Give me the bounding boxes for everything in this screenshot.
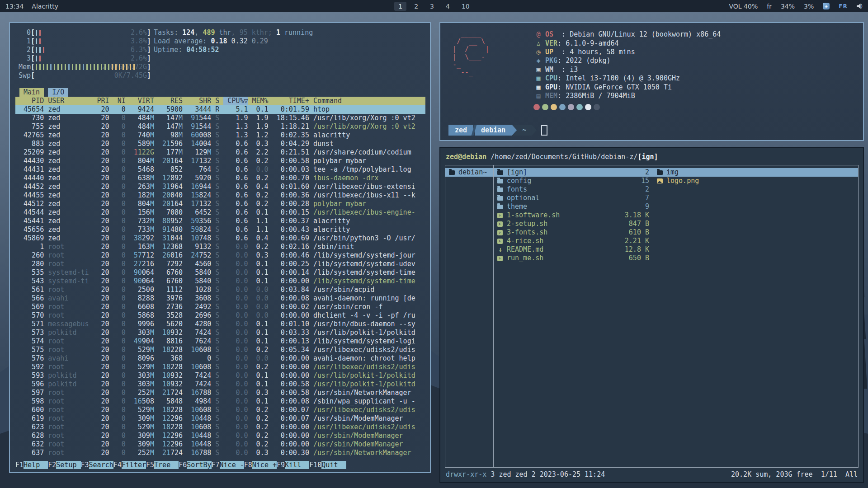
process-row[interactable]: 44431zed2005468852764S0.60.00:00.03tee -… [15,165,425,174]
process-row[interactable]: 623root200529M1822810608S0.00.20:00.00/u… [15,423,425,432]
bar-tick [54,64,55,70]
process-row[interactable]: 45654zed200942459003444R5.10.10:01.59hto… [15,105,425,114]
column-header-pid[interactable]: PID [15,97,44,105]
process-row[interactable]: 597root200252M2172416788S0.00.30:00.58/u… [15,389,425,397]
workspace-button-4[interactable]: 4 [442,2,454,11]
column-header-cpu[interactable]: CPU%▽ [223,97,248,105]
process-row[interactable]: 592root200529M1822810608S0.00.20:00.00/u… [15,363,425,371]
file-list-item[interactable]: ↓README.md12.8 K [494,245,653,254]
process-row[interactable]: 637root200252M2172416788S0.00.30:00.30/u… [15,449,425,457]
column-header-pri[interactable]: PRI [93,97,109,105]
process-row[interactable]: 44452zed200263M3196416944S0.60.40:01.60/… [15,183,425,191]
shell-prompt[interactable]: zed debian ~ [448,125,855,136]
file-list-item[interactable]: run_me.sh650 B [494,254,653,263]
process-row[interactable]: 576avahi20080963680S0.00.00:00.00avahi-d… [15,354,425,363]
process-row[interactable]: 543systemd-ti2009006467605840S0.00.10:00… [15,277,425,286]
column-header-s[interactable]: S [215,97,219,105]
process-row[interactable]: 593polkitd200303M109327424S0.00.10:00.00… [15,371,425,380]
fetch-terminal-window[interactable]: _____ / __ \ | / | | \___- -_ --_ @OS : … [439,22,864,141]
workspace-button-2[interactable]: 2 [410,2,422,11]
fkey-f10[interactable]: F10Quit [309,461,346,469]
fkey-f1[interactable]: F1Help [15,461,48,469]
process-row[interactable]: 573polkitd200303M109327424S0.00.10:03.33… [15,328,425,337]
workspace-button-1[interactable]: 1 [394,2,406,11]
process-row[interactable]: 619root200309M1229610448S0.00.20:00.07/u… [15,414,425,423]
fkey-f3[interactable]: F3Search [81,461,113,469]
entry-name: 3-fonts.sh [507,228,547,237]
workspace-button-3[interactable]: 3 [426,2,438,11]
process-row[interactable]: 45441zed200732M8895259356S0.61.10:00.37a… [15,217,425,225]
cell: 0.0 [252,165,269,174]
process-row[interactable]: 883zed200589M2159614004S0.60.30:04.29dun… [15,140,425,148]
process-row[interactable]: 44455zed200182M2004015824S0.60.20:00.36/… [15,191,425,200]
column-header-virt[interactable]: VIRT [130,97,154,105]
htop-terminal-window[interactable]: 0[2.6%]1[3.8%]2[6.3%]3[2.6%]Mem[2.07G/7.… [9,22,431,473]
file-manager-window[interactable]: zed@debian /home/zed/Documents/GitHub/de… [439,147,864,483]
process-row[interactable]: 280root2002721672924560S0.00.10:00.25/li… [15,260,425,268]
fkey-f5[interactable]: F5Tree [146,461,179,469]
process-row[interactable]: 1root200163M123689132S0.00.20:02.16/sbin… [15,243,425,251]
process-row[interactable]: 44440zed200638M128925920S0.60.20:00.70ib… [15,174,425,183]
preview-item[interactable]: logo.png [653,177,858,185]
process-row[interactable]: 44430zed200804M2016417132S0.60.20:00.58p… [15,157,425,165]
process-row[interactable]: 42765zed200740M98M60008S1.31.20:02.35ala… [15,131,425,140]
column-header-time[interactable]: TIME+ [273,97,309,105]
parent-dir-item[interactable]: debian~ [445,168,493,177]
file-list-item[interactable]: [ign]2 [494,168,653,177]
tab-main[interactable]: Main [19,88,44,97]
fkey-f9[interactable]: F9Kill [277,461,309,469]
fkey-f6[interactable]: F6SortBy [179,461,211,469]
fkey-f2[interactable]: F2Setup [48,461,80,469]
htop-table-header[interactable]: PIDUSERPRINIVIRTRESSHRSCPU%▽MEM%TIME+Com… [15,97,425,105]
process-row[interactable]: 632root200309M1229610448S0.00.20:00.00/u… [15,440,425,449]
process-row[interactable]: 569root200660827362492S0.00.00:00.02/usr… [15,303,425,311]
file-list-item[interactable]: 4-rice.sh2.21 K [494,237,653,245]
file-list-item[interactable]: 1-software.sh3.18 K [494,211,653,220]
fkey-f8[interactable]: F8Nice + [244,461,277,469]
cell: 44512 [15,200,44,208]
file-list-item[interactable]: config15 [494,177,653,185]
process-row[interactable]: 44544zed200156M70806452S0.60.10:00.15/us… [15,208,425,217]
column-header-ni[interactable]: NI [113,97,126,105]
tab-io[interactable]: I/O [48,88,68,97]
column-header-res[interactable]: RES [158,97,183,105]
process-row[interactable]: 600root200529M1822810608S0.00.20:00.07/u… [15,406,425,414]
file-list-item[interactable]: 2-setup.sh847 B [494,220,653,228]
process-row[interactable]: 575root200529M1822810608S0.00.20:05.34/u… [15,346,425,354]
column-header-mem[interactable]: MEM% [252,97,269,105]
process-row[interactable]: 598root2001650858484984S0.00.10:00.08/sb… [15,397,425,406]
process-row[interactable]: 25209zed2001122G177M129MS0.62.20:21.51/u… [15,148,425,157]
column-header-command[interactable]: Command [313,97,425,105]
process-row[interactable]: 570root200586835282696S0.00.00:00.00dhcl… [15,311,425,320]
process-row[interactable]: 561root200250011121028S0.00.00:03.84/usr… [15,286,425,294]
file-list-item[interactable]: theme9 [494,202,653,211]
process-row[interactable]: 571messagebus200999656204280S0.00.10:01.… [15,320,425,328]
process-row[interactable]: 628root200309M1229610448S0.00.20:00.00/u… [15,432,425,440]
preview-item[interactable]: img [653,168,858,177]
num-part: 16 [134,397,142,405]
process-row[interactable]: 730zed200484M147M91544S1.91.918:15.46/us… [15,114,425,122]
column-header-user[interactable]: USER [48,97,89,105]
process-row[interactable]: 260root200577122601624752S0.00.30:00.46/… [15,251,425,260]
cell: 0.1 [252,371,269,380]
column-header-shr[interactable]: SHR [187,97,211,105]
process-row[interactable]: 596polkitd200303M109327424S0.00.10:00.58… [15,380,425,389]
fkey-f4[interactable]: F4Filter [113,461,146,469]
fkey-f7[interactable]: F7Nice - [212,461,244,469]
process-row[interactable]: 45656zed200733M9148059824S0.61.10:00.43a… [15,225,425,234]
cell: 852 [158,165,183,174]
process-row[interactable]: 44512zed200804M2016417132S0.60.20:00.28p… [15,200,425,208]
process-row[interactable]: 574root2004990488167624S0.00.10:00.13/li… [15,337,425,346]
workspace-button-10[interactable]: 10 [458,2,474,11]
cell: 1.1 [252,217,269,225]
bar-tick [36,64,37,70]
process-row[interactable]: 45869zed200382923104410748S0.60.40:00.69… [15,234,425,243]
process-row[interactable]: 566avahi200828839763608S0.00.00:00.08ava… [15,294,425,303]
file-list-item[interactable]: 3-fonts.sh610 B [494,228,653,237]
cell: polkitd [48,328,89,337]
process-row[interactable]: 535systemd-ti2009006467605840S0.00.10:00… [15,268,425,277]
process-row[interactable]: 755zed200484M147M91544S1.31.91:18.21/usr… [15,122,425,131]
file-list-item[interactable]: optional7 [494,194,653,202]
color-dot [551,104,557,110]
file-list-item[interactable]: fonts2 [494,185,653,194]
